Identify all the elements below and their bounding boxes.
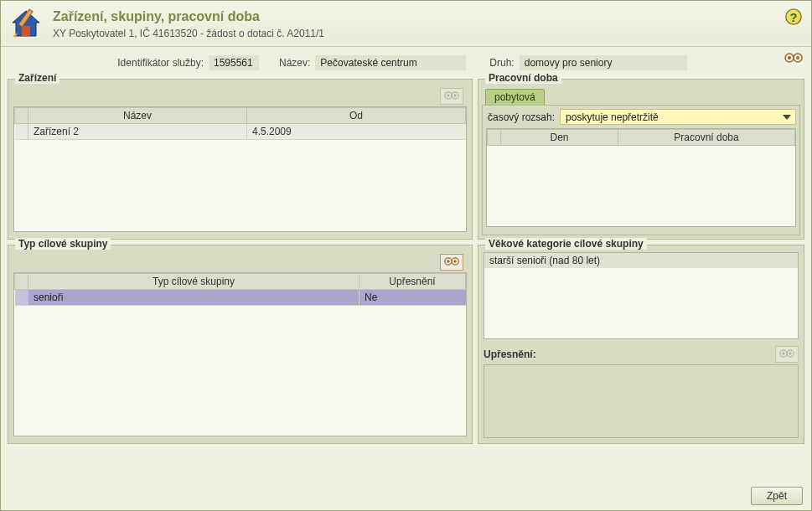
upresneni-textarea[interactable] bbox=[484, 364, 799, 438]
cell-upresneni: Ne bbox=[359, 290, 466, 306]
table-row[interactable]: senioři Ne bbox=[15, 290, 466, 306]
glasses-icon bbox=[775, 346, 799, 363]
name-value: Pečovateské centrum bbox=[315, 55, 466, 70]
panel-typ-skupiny: Typ cílové skupiny bbox=[8, 245, 473, 444]
glasses-icon[interactable] bbox=[440, 254, 463, 271]
col-upresneni: Upřesnění bbox=[359, 274, 466, 290]
pracovni-doba-table[interactable]: Den Pracovní doba bbox=[487, 129, 795, 146]
zarizeni-table[interactable]: Název Od Zařízení 2 4.5.2009 bbox=[14, 107, 466, 140]
id-label: Identifikátor služby: bbox=[11, 57, 204, 69]
panel-zarizeni: Zařízení bbox=[8, 79, 473, 240]
list-item[interactable]: starší senioři (nad 80 let) bbox=[484, 253, 798, 268]
col-typ: Typ cílové skupiny bbox=[28, 274, 359, 290]
svg-point-17 bbox=[453, 260, 456, 262]
rozsah-dropdown[interactable]: poskytuje nepřetržitě bbox=[560, 109, 796, 125]
svg-point-9 bbox=[796, 56, 799, 59]
svg-point-20 bbox=[782, 352, 784, 354]
service-info-row: Identifikátor služby: 1595561 Název: Peč… bbox=[1, 47, 811, 75]
col-od: Od bbox=[247, 108, 466, 124]
panel-vekove-kategorie: Věkové kategorie cílové skupiny starší s… bbox=[478, 245, 804, 444]
upresneni-label: Upřesnění: bbox=[484, 348, 536, 360]
cell-od: 4.5.2009 bbox=[247, 124, 466, 140]
svg-point-8 bbox=[788, 56, 791, 59]
panel-typ-skupiny-legend: Typ cílové skupiny bbox=[15, 238, 111, 250]
svg-text:?: ? bbox=[790, 11, 798, 24]
col-nazev: Název bbox=[28, 108, 247, 124]
kind-value: domovy pro seniory bbox=[520, 55, 687, 70]
glasses-icon[interactable] bbox=[784, 53, 803, 65]
svg-point-12 bbox=[447, 94, 449, 96]
id-value: 1595561 bbox=[209, 55, 259, 70]
svg-point-13 bbox=[453, 94, 456, 96]
cell-typ: senioři bbox=[28, 290, 359, 306]
col-den: Den bbox=[501, 130, 618, 146]
tab-pobytova[interactable]: pobytová bbox=[485, 89, 545, 105]
panel-zarizeni-legend: Zařízení bbox=[15, 72, 59, 84]
page-title: Zařízení, skupiny, pracovní doba bbox=[53, 9, 801, 24]
vekove-list[interactable]: starší senioři (nad 80 let) bbox=[484, 252, 799, 339]
panel-pracovni-doba-legend: Pracovní doba bbox=[485, 72, 561, 84]
svg-rect-1 bbox=[22, 26, 30, 36]
cell-nazev: Zařízení 2 bbox=[28, 124, 247, 140]
header-bar: Zařízení, skupiny, pracovní doba XY Posk… bbox=[1, 1, 811, 47]
help-icon[interactable]: ? bbox=[784, 8, 803, 26]
panel-pracovni-doba: Pracovní doba pobytová časový rozsah: po… bbox=[478, 79, 804, 240]
svg-point-21 bbox=[789, 352, 791, 354]
back-button[interactable]: Zpět bbox=[751, 487, 803, 505]
svg-point-16 bbox=[447, 260, 449, 262]
page-subtitle: XY Poskytovatel 1, IČ 41613520 - žádost … bbox=[53, 28, 801, 39]
kind-label: Druh: bbox=[489, 57, 514, 69]
house-pencil-icon bbox=[9, 8, 43, 41]
typ-skupiny-table[interactable]: Typ cílové skupiny Upřesnění senioři Ne bbox=[14, 273, 466, 306]
panel-vekove-legend: Věkové kategorie cílové skupiny bbox=[485, 238, 647, 250]
col-pracovni-doba: Pracovní doba bbox=[618, 130, 795, 146]
rozsah-label: časový rozsah: bbox=[486, 111, 555, 123]
table-row[interactable]: Zařízení 2 4.5.2009 bbox=[15, 124, 466, 140]
glasses-icon bbox=[440, 88, 463, 105]
name-label: Název: bbox=[279, 57, 310, 69]
